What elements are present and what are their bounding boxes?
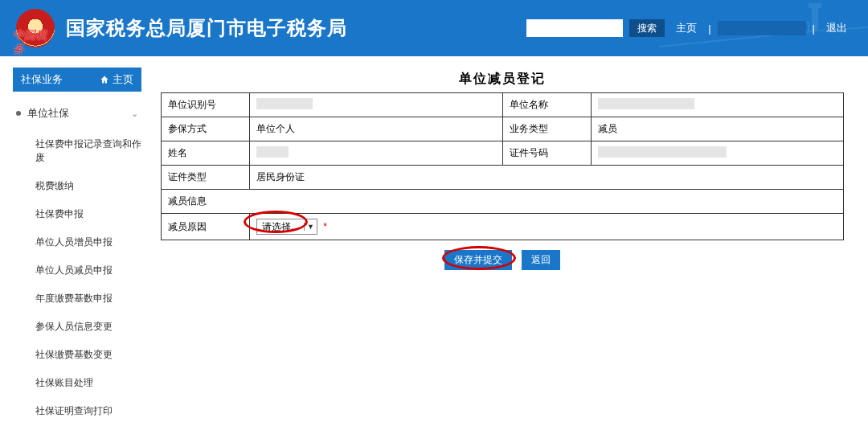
sidebar-home-link[interactable]: 主页 <box>100 72 133 87</box>
value-cert-no <box>591 141 844 166</box>
sidebar-item-2[interactable]: 社保费申报 <box>13 200 153 228</box>
value-mode: 单位个人 <box>250 117 503 141</box>
user-name-redacted <box>718 21 806 35</box>
value-name <box>250 141 503 166</box>
main-content: 单位减员登记 单位识别号 单位名称 参保方式 单位个人 业务类型 减员 姓名 证… <box>153 56 868 422</box>
label-cert-type: 证件类型 <box>162 166 250 190</box>
save-submit-button[interactable]: 保存并提交 <box>444 250 512 270</box>
sidebar: 社保业务 主页 单位社保 ⌄ 社保费申报记录查询和作废 税费缴纳 社保费申报 单… <box>0 56 153 422</box>
value-cert-type: 居民身份证 <box>250 166 844 190</box>
label-reason: 减员原因 <box>162 214 250 240</box>
label-name: 姓名 <box>162 141 250 166</box>
label-unit-name: 单位名称 <box>502 93 591 117</box>
logout-link[interactable]: 退出 <box>826 21 847 35</box>
chevron-down-icon: ⌄ <box>131 109 138 119</box>
sidebar-item-0[interactable]: 社保费申报记录查询和作废 <box>13 130 153 172</box>
value-unit-name <box>591 93 844 117</box>
sidebar-group-label: 单位社保 <box>27 106 69 121</box>
sidebar-head-label: 社保业务 <box>21 72 63 87</box>
required-star-icon: * <box>323 221 327 232</box>
sidebar-item-7[interactable]: 社保缴费基数变更 <box>13 341 153 369</box>
svg-rect-1 <box>809 3 821 8</box>
back-button[interactable]: 返回 <box>522 250 560 270</box>
section-header-reduction: 减员信息 <box>162 190 844 214</box>
label-mode: 参保方式 <box>162 117 250 141</box>
sidebar-header[interactable]: 社保业务 主页 <box>13 68 141 92</box>
chevron-down-icon: ▼ <box>304 223 317 231</box>
sidebar-group-unit-social[interactable]: 单位社保 ⌄ <box>13 101 153 125</box>
label-unit-id: 单位识别号 <box>162 93 250 117</box>
value-biz-type: 减员 <box>591 117 844 141</box>
sidebar-item-1[interactable]: 税费缴纳 <box>13 172 153 200</box>
app-title: 国家税务总局厦门市电子税务局 <box>66 15 347 41</box>
sidebar-item-3[interactable]: 单位人员增员申报 <box>13 228 153 256</box>
form-table: 单位识别号 单位名称 参保方式 单位个人 业务类型 减员 姓名 证件号码 证件类… <box>161 92 844 240</box>
sidebar-item-5[interactable]: 年度缴费基数申报 <box>13 285 153 313</box>
bullet-icon <box>16 111 21 116</box>
home-link[interactable]: 主页 <box>676 21 697 35</box>
value-unit-id <box>250 93 503 117</box>
label-biz-type: 业务类型 <box>502 117 591 141</box>
page-title: 单位减员登记 <box>161 71 844 88</box>
sidebar-item-6[interactable]: 参保人员信息变更 <box>13 313 153 341</box>
home-icon <box>100 75 109 84</box>
sidebar-item-8[interactable]: 社保账目处理 <box>13 369 153 397</box>
label-cert-no: 证件号码 <box>502 141 591 166</box>
search-input[interactable] <box>526 19 623 37</box>
sidebar-item-9[interactable]: 社保证明查询打印 <box>13 397 153 422</box>
reason-select-value: 请选择... <box>257 220 304 234</box>
sidebar-item-4[interactable]: 单位人员减员申报 <box>13 256 153 285</box>
national-emblem-icon: 中国税务 <box>16 9 55 47</box>
search-button[interactable]: 搜索 <box>629 19 665 37</box>
reason-select[interactable]: 请选择... ▼ <box>256 219 317 235</box>
app-header: 中国税务 国家税务总局厦门市电子税务局 搜索 主页 | | 退出 <box>0 0 868 56</box>
